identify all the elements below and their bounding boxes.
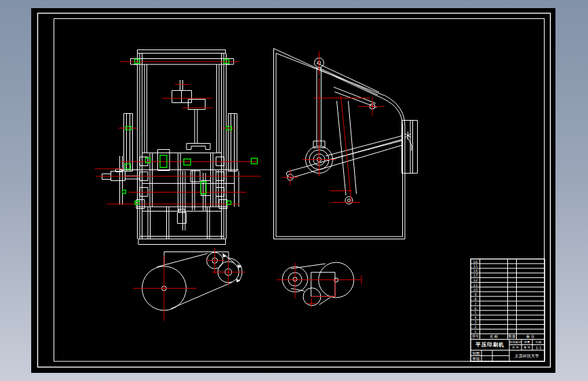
parts-row-number: 7 — [474, 302, 476, 305]
organization: 太原科技大学 — [515, 354, 539, 358]
parts-row-number: 9 — [474, 292, 476, 296]
parts-row-number: 15 — [473, 264, 477, 268]
sheet-total: 共 张 — [512, 346, 519, 348]
parts-row-number: 8 — [474, 297, 476, 300]
parts-row-number: 16 — [473, 260, 477, 263]
parts-row-number: 1 — [474, 330, 476, 334]
belt-drive-right — [277, 262, 361, 308]
parts-row-number: 2 — [474, 325, 476, 329]
cad-viewer-window: 16 15 14 13 12 11 10 9 8 7 6 5 4 3 2 1 序… — [0, 0, 588, 381]
scale-label: 比例 — [536, 340, 542, 343]
parts-row-number: 10 — [473, 287, 477, 291]
stage-label: 阶段标记 — [509, 340, 521, 343]
front-view — [95, 50, 261, 245]
cad-drawing — [0, 0, 588, 381]
check-label: 审核 — [473, 357, 480, 360]
parts-row-number: 13 — [473, 274, 477, 277]
parts-row-number: 6 — [474, 306, 476, 310]
drawing-title: 平压印刷机 — [475, 342, 505, 348]
table-header-no: 序号 — [471, 335, 479, 338]
belt-drive-left — [133, 248, 246, 321]
mass-label: 质量 — [524, 340, 530, 343]
parts-row-number: 14 — [473, 269, 477, 273]
side-view — [274, 49, 418, 239]
parts-row-number: 12 — [473, 279, 477, 282]
table-header-qty: 数量 — [509, 335, 516, 338]
scale-value: 1:1 — [536, 346, 542, 349]
table-header-note: 备 注 — [526, 335, 535, 338]
sheet-border — [38, 14, 551, 367]
table-header-name: 名 称 — [490, 335, 498, 338]
parts-row-number: 11 — [473, 283, 477, 287]
sheet-no: 第 张 — [524, 346, 530, 348]
draw-label: 制图 — [473, 351, 480, 355]
parts-row-number: 5 — [474, 311, 476, 315]
parts-row-number: 4 — [474, 316, 476, 319]
parts-row-number: 3 — [474, 321, 476, 324]
